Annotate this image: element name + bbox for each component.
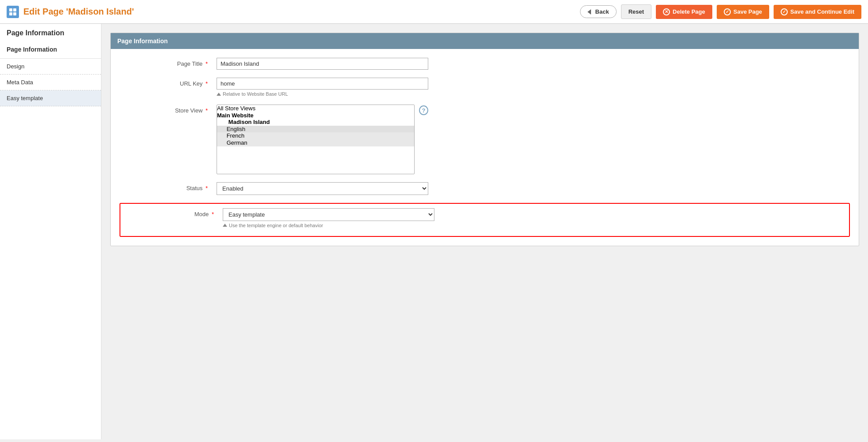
main-layout: Page Information Page Information Design…: [0, 24, 868, 439]
mode-hint: Use the template engine or default behav…: [223, 223, 434, 228]
back-arrow-icon: [587, 9, 591, 15]
delete-page-button[interactable]: ✕ Delete Page: [656, 5, 712, 19]
save-page-button[interactable]: ✓ Save Page: [717, 5, 769, 19]
store-view-label: Store View *: [120, 105, 217, 114]
save-continue-icon: ✓: [781, 8, 788, 15]
svg-rect-1: [13, 8, 16, 11]
sidebar-item-easy-template[interactable]: Easy template: [0, 90, 101, 106]
svg-rect-3: [13, 12, 16, 15]
sidebar-title: Page Information: [0, 24, 101, 41]
required-star-url: *: [206, 80, 208, 87]
svg-rect-0: [9, 8, 12, 11]
page-edit-title: Edit Page 'Madison Island': [23, 7, 576, 17]
status-input-wrapper: Enabled Disabled: [217, 182, 428, 195]
store-option-german[interactable]: German: [217, 139, 414, 146]
page-title-label: Page Title *: [120, 58, 217, 67]
save-continue-button[interactable]: ✓ Save and Continue Edit: [774, 5, 861, 19]
back-button[interactable]: Back: [580, 5, 617, 18]
hint-triangle-icon: [217, 93, 221, 96]
url-key-input[interactable]: [217, 78, 428, 90]
page-title-input-wrapper: [217, 58, 428, 70]
section-body: Page Title * URL Key *: [111, 49, 859, 246]
delete-icon: ✕: [663, 8, 670, 15]
store-view-wrapper: All Store Views Main Website Madison Isl…: [217, 105, 428, 174]
required-star-mode: *: [212, 211, 214, 217]
url-key-row: URL Key * Relative to Website Base URL: [120, 78, 850, 97]
store-view-input-wrapper: All Store Views Main Website Madison Isl…: [217, 105, 428, 174]
store-view-row: Store View * All Store Views Main Websit…: [120, 105, 850, 174]
required-star-store: *: [206, 107, 208, 114]
mode-label: Mode *: [126, 208, 223, 217]
section-header: Page Information: [111, 33, 859, 49]
status-select[interactable]: Enabled Disabled: [217, 182, 428, 195]
content-area: Page Information Page Title * URL K: [101, 24, 868, 439]
page-title-input[interactable]: [217, 58, 428, 70]
sidebar-section-heading: Page Information: [0, 41, 101, 59]
mode-hint-triangle-icon: [223, 224, 227, 227]
sidebar-item-meta-data[interactable]: Meta Data: [0, 75, 101, 90]
mode-input-wrapper: Easy template Default Use the template e…: [223, 208, 434, 228]
svg-rect-2: [9, 12, 12, 15]
reset-button[interactable]: Reset: [621, 4, 651, 19]
status-row: Status * Enabled Disabled: [120, 182, 850, 195]
url-key-label: URL Key *: [120, 78, 217, 87]
store-option-main-website[interactable]: Main Website: [217, 112, 414, 119]
sidebar: Page Information Page Information Design…: [0, 24, 101, 439]
required-star-status: *: [206, 185, 208, 191]
mode-highlighted-section: Mode * Easy template Default Use the tem…: [120, 203, 850, 237]
url-key-input-wrapper: Relative to Website Base URL: [217, 78, 428, 97]
page-edit-icon: [7, 6, 19, 18]
top-bar: Edit Page 'Madison Island' Back Reset ✕ …: [0, 0, 868, 24]
mode-row: Mode * Easy template Default Use the tem…: [126, 208, 844, 228]
store-view-listbox[interactable]: All Store Views Main Website Madison Isl…: [217, 105, 415, 174]
store-option-french[interactable]: French: [217, 132, 414, 139]
status-label: Status *: [120, 182, 217, 191]
store-option-madison-island[interactable]: Madison Island: [217, 119, 414, 126]
page-title-row: Page Title *: [120, 58, 850, 70]
store-option-english[interactable]: English: [217, 126, 414, 133]
help-icon[interactable]: ?: [419, 105, 428, 115]
store-option-all[interactable]: All Store Views: [217, 105, 414, 112]
url-key-hint: Relative to Website Base URL: [217, 91, 428, 97]
save-icon: ✓: [724, 8, 731, 15]
required-star: *: [206, 60, 208, 67]
sidebar-item-design[interactable]: Design: [0, 59, 101, 75]
mode-select[interactable]: Easy template Default: [223, 208, 434, 221]
page-information-panel: Page Information Page Title * URL K: [110, 33, 859, 246]
